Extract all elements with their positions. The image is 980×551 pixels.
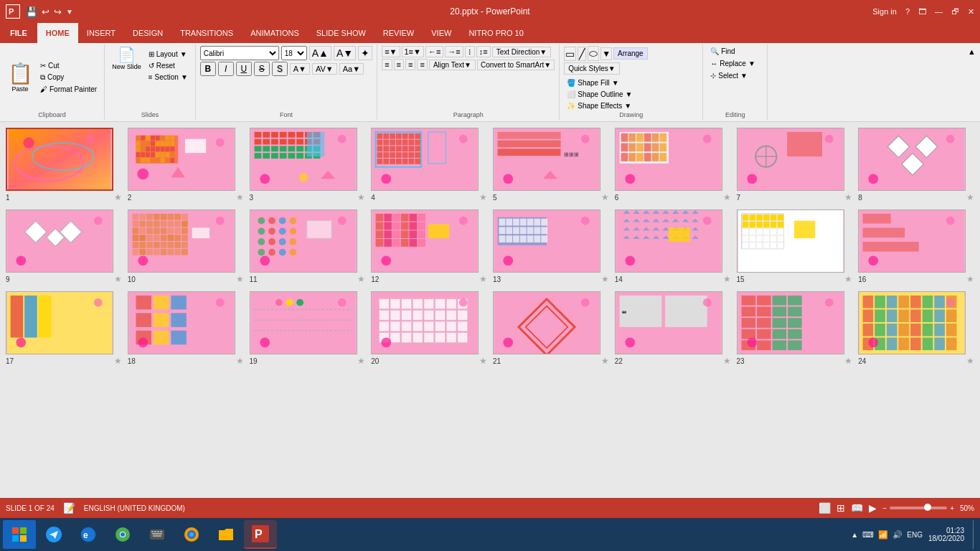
maximize-btn[interactable]: 🗗: [951, 7, 959, 16]
slide-thumb-7[interactable]: 7★: [737, 128, 853, 204]
save-quick-btn[interactable]: 💾: [26, 6, 37, 17]
bullets-button[interactable]: ≡▼: [382, 46, 400, 57]
show-desktop-btn[interactable]: [973, 520, 977, 549]
clock[interactable]: 01:23 18/02/2020: [928, 527, 964, 542]
shape-line-btn[interactable]: ╱: [578, 47, 586, 61]
slide-thumb-6[interactable]: 6★: [615, 128, 731, 204]
new-slide-button[interactable]: 📄 New Slide: [109, 46, 144, 72]
slide-thumb-10[interactable]: 10★: [128, 209, 244, 286]
slide-thumb-24[interactable]: 24★: [858, 291, 974, 367]
keyboard-app[interactable]: [141, 520, 174, 549]
slide-thumb-1[interactable]: - -1★: [6, 128, 122, 204]
slide-thumb-9[interactable]: 9★: [6, 209, 122, 286]
section-button[interactable]: ≡ Section ▼: [146, 72, 191, 83]
select-button[interactable]: ⊹ Select ▼: [707, 70, 750, 81]
arrange-btn[interactable]: Arrange: [613, 47, 648, 60]
shape-more-btn[interactable]: ▼: [600, 47, 612, 60]
underline-button[interactable]: U: [236, 62, 252, 76]
layout-button[interactable]: ⊞ Layout ▼: [146, 49, 191, 60]
italic-button[interactable]: I: [218, 62, 234, 76]
slide-sorter-btn[interactable]: ⊞: [837, 502, 845, 514]
char-spacing-btn[interactable]: AV▼: [312, 63, 337, 75]
bold-button[interactable]: B: [200, 62, 216, 76]
normal-view-btn[interactable]: ⬜: [819, 502, 831, 514]
slide-thumb-15[interactable]: 15★: [737, 209, 853, 286]
firefox-app[interactable]: [175, 520, 208, 549]
sign-in-btn[interactable]: Sign in: [872, 7, 897, 16]
slide-thumb-5[interactable]: ⊞⊞⊞5★: [493, 128, 609, 204]
find-button[interactable]: 🔍 Find: [707, 46, 738, 57]
help-btn[interactable]: ?: [905, 7, 910, 16]
slide-thumb-3[interactable]: 3★: [250, 128, 366, 204]
slide-thumb-11[interactable]: 11★: [250, 209, 366, 286]
increase-font-btn[interactable]: A▲: [309, 46, 331, 60]
shape-outline-btn[interactable]: ⬜ Shape Outline ▼: [564, 89, 635, 100]
redo-quick-btn[interactable]: ↪: [54, 6, 62, 17]
slide-thumb-4[interactable]: 4★: [371, 128, 487, 204]
quick-styles-btn[interactable]: Quick Styles▼: [564, 62, 619, 75]
telegram-app[interactable]: [37, 520, 70, 549]
tab-home[interactable]: HOME: [37, 23, 78, 43]
slide-thumb-18[interactable]: 18★: [128, 291, 244, 367]
columns-btn[interactable]: ⫶: [465, 46, 475, 57]
reset-button[interactable]: ↺ Reset: [146, 60, 191, 71]
slide-thumb-14[interactable]: 14★: [615, 209, 731, 286]
decrease-font-btn[interactable]: A▼: [334, 46, 356, 60]
tab-review[interactable]: REVIEW: [374, 23, 423, 43]
font-size-select[interactable]: 18: [281, 46, 307, 60]
undo-quick-btn[interactable]: ↩: [42, 6, 50, 17]
restore-btn[interactable]: 🗖: [918, 7, 926, 16]
replace-button[interactable]: ↔ Replace ▼: [707, 58, 758, 69]
text-direction-btn[interactable]: Text Direction▼: [492, 47, 551, 57]
slide-thumb-2[interactable]: 2★: [128, 128, 244, 204]
line-spacing-btn[interactable]: ↕≡: [476, 46, 491, 57]
shape-fill-btn[interactable]: 🪣 Shape Fill ▼: [564, 77, 635, 88]
increase-indent-btn[interactable]: →≡: [445, 46, 463, 57]
slide-thumb-19[interactable]: 19★: [250, 291, 366, 367]
slide-thumb-16[interactable]: 16★: [858, 209, 974, 286]
tab-transitions[interactable]: TRANSITIONS: [171, 23, 242, 43]
tab-design[interactable]: DESIGN: [124, 23, 171, 43]
zoom-level[interactable]: 50%: [960, 504, 974, 512]
tab-animations[interactable]: ANIMATIONS: [242, 23, 308, 43]
slide-thumb-21[interactable]: 21★: [493, 291, 609, 367]
zoom-out-btn[interactable]: −: [882, 504, 887, 512]
align-right-btn[interactable]: ≡: [405, 59, 415, 70]
zoom-bar[interactable]: [890, 507, 947, 509]
explorer-app[interactable]: [209, 520, 242, 549]
copy-button[interactable]: ⧉ Copy: [37, 72, 100, 83]
tab-view[interactable]: VIEW: [423, 23, 460, 43]
slide-thumb-23[interactable]: 23★: [737, 291, 853, 367]
slide-thumb-22[interactable]: 📷22★: [615, 291, 731, 367]
convert-smartart-btn[interactable]: Convert to SmartArt▼: [477, 60, 555, 70]
tab-nitro[interactable]: NITRO PRO 10: [460, 23, 532, 43]
align-left-btn[interactable]: ≡: [382, 59, 392, 70]
tab-file[interactable]: FILE: [0, 23, 37, 43]
shape-rect-btn[interactable]: ▭: [564, 47, 576, 61]
reading-view-btn[interactable]: 📖: [851, 502, 863, 514]
font-name-select[interactable]: Calibri: [200, 46, 279, 60]
justify-btn[interactable]: ≡: [417, 59, 427, 70]
align-center-btn[interactable]: ≡: [394, 59, 404, 70]
chrome-app[interactable]: [106, 520, 139, 549]
shape-oval-btn[interactable]: ⬭: [588, 46, 599, 61]
slideshow-btn[interactable]: ▶: [869, 502, 877, 514]
notes-btn[interactable]: 📝: [63, 502, 75, 514]
change-case-btn[interactable]: Aa▼: [339, 63, 364, 75]
zoom-in-btn[interactable]: +: [950, 504, 954, 512]
slides-panel[interactable]: - -1★2★3★4★⊞⊞⊞5★6★7★8★9★10★11★12★13★14★1…: [0, 122, 980, 498]
customize-quick-btn[interactable]: ▼: [66, 8, 73, 16]
minimize-btn[interactable]: —: [935, 7, 943, 16]
clear-format-btn[interactable]: ✦: [358, 46, 372, 60]
paste-button[interactable]: 📋 Paste: [4, 57, 36, 98]
strikethrough-button[interactable]: S: [254, 62, 270, 76]
decrease-indent-btn[interactable]: ←≡: [425, 46, 443, 57]
slide-thumb-17[interactable]: 17★: [6, 291, 122, 367]
format-painter-button[interactable]: 🖌 Format Painter: [37, 84, 100, 95]
tab-insert[interactable]: INSERT: [78, 23, 124, 43]
shadow-button[interactable]: S: [272, 62, 288, 76]
slide-thumb-8[interactable]: 8★: [858, 128, 974, 204]
powerpoint-taskbar-app[interactable]: P: [244, 520, 277, 549]
collapse-ribbon-btn[interactable]: ▲: [963, 44, 980, 59]
font-color-btn[interactable]: A▼: [290, 63, 310, 75]
